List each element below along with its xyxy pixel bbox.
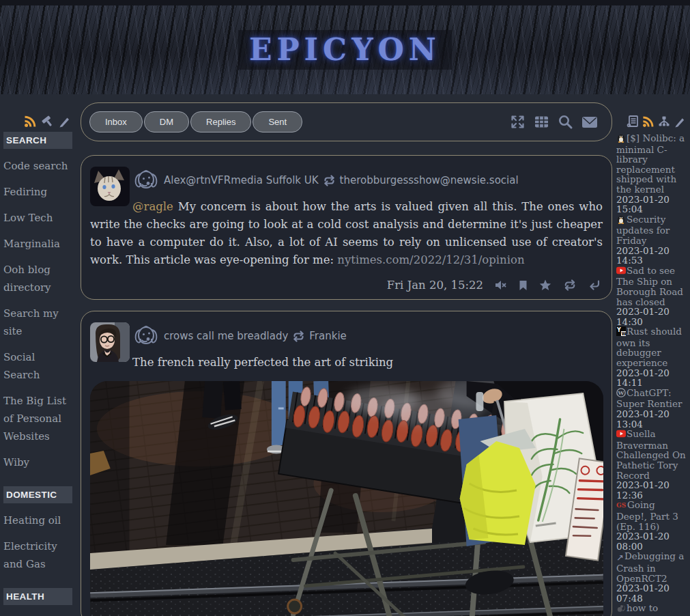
reply-icon[interactable]: [588, 280, 600, 290]
boost-icon: [292, 331, 305, 342]
sidebar-link[interactable]: Marginalia: [3, 235, 72, 253]
svg-text:w: w: [621, 331, 626, 337]
wp-icon: W: [616, 388, 626, 400]
right-column: [$] Nolibc: a minimal C-library replacem…: [612, 102, 690, 616]
tab-inbox[interactable]: Inbox: [89, 111, 143, 132]
repeat-icon[interactable]: [563, 279, 577, 291]
youtube-icon: [616, 429, 626, 440]
left-column: SEARCHCode searchFediringLow TechMargina…: [0, 102, 81, 616]
post-announcer-handle[interactable]: therobburgessshow@newsie.social: [340, 174, 519, 186]
expand-icon[interactable]: [510, 114, 526, 130]
arrow-icon: ↗: [616, 552, 624, 563]
section-header-health: HEALTH: [3, 588, 72, 605]
news-timestamp: 2023-01-20 13:04: [616, 409, 687, 429]
star-icon[interactable]: [539, 279, 551, 291]
content-area: SEARCHCode searchFediringLow TechMargina…: [0, 94, 690, 616]
post: crows call me breadlady Frankie The fren…: [81, 311, 612, 616]
news-timestamp: 2023-01-20 14:30: [616, 307, 687, 326]
person-dog-icon: [132, 322, 160, 350]
post-footer: Fri Jan 20, 15:22: [90, 279, 603, 292]
sidebar-link[interactable]: Fediring: [3, 183, 72, 201]
news-title-link[interactable]: ↗Debugging a Crash in OpenRCT2: [616, 551, 687, 583]
news-title-link[interactable]: WChatGPT: Super Rentier: [616, 388, 687, 409]
timeline-tabs: Inbox DM Replies Sent: [89, 111, 302, 132]
rss-icon[interactable]: [24, 115, 37, 128]
sidebar-link[interactable]: Search my site: [3, 305, 72, 340]
news-list-icon[interactable]: [627, 115, 639, 128]
news-timestamp: 2023-01-20 14:11: [616, 368, 687, 388]
news-timestamp: 2023-01-20 14:53: [616, 246, 687, 266]
news-timestamp: 2023-01-20 08:00: [616, 531, 687, 551]
section-header-domestic: DOMESTIC: [3, 486, 72, 503]
mention-link[interactable]: @ragle: [132, 200, 173, 213]
svg-text:W: W: [618, 389, 625, 396]
news-item: [$] Nolibc: a minimal C-library replacem…: [616, 133, 687, 214]
post-author-handle[interactable]: crows call me breadlady: [164, 330, 288, 342]
post-announcer-handle[interactable]: Frankie: [309, 330, 347, 342]
boost-icon: [323, 175, 336, 186]
left-column-icons: [3, 115, 71, 128]
post-text: @ragle My concern is about how the arts …: [90, 198, 603, 269]
right-column-icons: [616, 115, 686, 128]
news-title-link[interactable]: Sad to see The Ship on Borough Road has …: [616, 266, 687, 307]
svg-text:GS: GS: [616, 502, 626, 509]
post-image[interactable]: [90, 381, 603, 616]
news-timestamp: 2023-01-20 12:36: [616, 480, 687, 500]
sidebar-link[interactable]: Heating oil: [3, 512, 72, 529]
gs-icon: GS: [616, 501, 627, 512]
sidebar-link[interactable]: Social Search: [3, 348, 72, 384]
timeline-header-icons: [510, 114, 598, 130]
edit-pen-icon[interactable]: [674, 115, 686, 128]
sidebar-link[interactable]: The Big List of Personal Websites: [3, 392, 72, 445]
news-timestamp: 2023-01-20 07:48: [616, 583, 687, 603]
news-title-link[interactable]: how to completely own an airline in 3: [616, 603, 687, 616]
news-item: Suella Braverman Challenged On Pathetic …: [616, 429, 687, 500]
banner: EPICYON: [0, 5, 690, 94]
avatar-cat[interactable]: [90, 167, 130, 206]
edit-pen-icon[interactable]: [58, 115, 71, 128]
post-timestamp[interactable]: Fri Jan 20, 15:22: [387, 279, 483, 292]
search-icon[interactable]: [558, 114, 573, 130]
news-item: Security updates for Friday2023-01-20 14…: [616, 214, 687, 266]
news-timestamp: 2023-01-20 15:04: [616, 195, 687, 214]
youtube-icon: [616, 266, 626, 277]
news-title-link[interactable]: Suella Braverman Challenged On Pathetic …: [616, 429, 687, 480]
news-feed: [$] Nolibc: a minimal C-library replacem…: [616, 133, 687, 616]
mute-icon[interactable]: [495, 280, 507, 290]
sidebar-link[interactable]: Wiby: [3, 453, 72, 471]
tux-icon: [616, 214, 626, 226]
sidebar-link[interactable]: Code search: [3, 157, 72, 175]
news-title-link[interactable]: Security updates for Friday: [616, 214, 687, 246]
edit-links-hammer-icon[interactable]: [40, 115, 55, 128]
svg-text:Y: Y: [616, 327, 621, 333]
top-bar: [0, 0, 690, 5]
news-title-link[interactable]: [$] Nolibc: a minimal C-library replacem…: [616, 133, 687, 195]
post-author-handle[interactable]: Alex@rtnVFRmedia Suffolk UK: [164, 174, 319, 186]
post-link[interactable]: nytimes.com/2022/12/31/opinion: [337, 253, 524, 266]
sidebar-link[interactable]: Coronavirus statistics: [3, 613, 72, 616]
site-title: EPICYON: [238, 30, 452, 70]
post-header: Alex@rtnVFRmedia Suffolk UK therobburges…: [132, 165, 603, 195]
calendar-grid-icon[interactable]: [534, 114, 549, 130]
news-item: WChatGPT: Super Rentier2023-01-20 13:04: [616, 388, 687, 429]
tab-replies[interactable]: Replies: [190, 111, 251, 132]
tab-dm[interactable]: DM: [144, 111, 189, 132]
news-title-link[interactable]: GSGoing Deep!, Part 3 (Ep. 116): [616, 500, 687, 531]
rss-icon[interactable]: [642, 115, 655, 128]
news-item: YwRust should own its debugger experienc…: [616, 326, 687, 388]
share-tree-icon[interactable]: [658, 115, 670, 128]
news-item: ↗Debugging a Crash in OpenRCT22023-01-20…: [616, 551, 687, 603]
bookmark-icon[interactable]: [519, 280, 528, 291]
post: Alex@rtnVFRmedia Suffolk UK therobburges…: [81, 155, 612, 300]
tab-sent[interactable]: Sent: [253, 111, 302, 132]
sidebar-link[interactable]: Low Tech: [3, 209, 72, 227]
news-item: Sad to see The Ship on Borough Road has …: [616, 266, 687, 327]
envelope-icon[interactable]: [581, 115, 598, 129]
avatar-breadlady[interactable]: [90, 322, 130, 362]
sidebar-link[interactable]: Electricity and Gas: [3, 537, 72, 573]
news-item: GSGoing Deep!, Part 3 (Ep. 116)2023-01-2…: [616, 500, 687, 551]
post-text-body: The french really perfected the art of s…: [132, 356, 393, 369]
news-title-link[interactable]: YwRust should own its debugger experienc…: [616, 326, 687, 367]
post-header: crows call me breadlady Frankie: [132, 321, 603, 351]
sidebar-link[interactable]: Ooh blog directory: [3, 261, 72, 296]
